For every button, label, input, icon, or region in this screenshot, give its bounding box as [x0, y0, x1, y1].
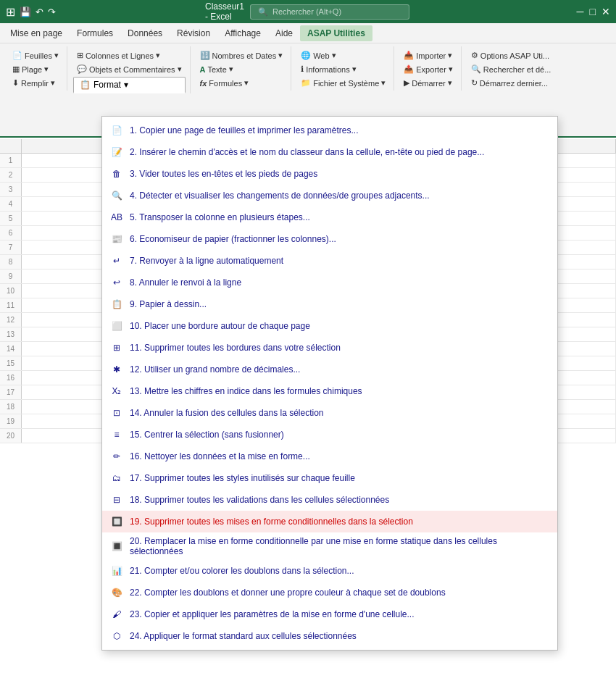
chevron-down-icon: ▾: [124, 80, 128, 90]
ribbon-btn-fichier[interactable]: 📁 Fichier et Système ▾: [297, 77, 389, 89]
dropdown-item-3[interactable]: 🗑3. Vider toutes les en-têtes et les pie…: [102, 163, 557, 185]
dropdown-item-18[interactable]: ⊟18. Supprimer toutes les validations da…: [102, 489, 557, 511]
ribbon-group-options: ⚙ Options ASAP Uti... 🔍 Rechercher et dé…: [463, 46, 559, 91]
ribbon-btn-formules[interactable]: fx Formules ▾: [196, 77, 287, 89]
ribbon-btn-feuilles[interactable]: 📄 Feuilles ▾: [9, 49, 62, 62]
dropdown-item-icon-23: 🖌: [109, 607, 124, 622]
dropdown-item-2[interactable]: 📝2. Insérer le chemin d'accès et le nom …: [102, 141, 557, 163]
chevron-down-icon: ▾: [448, 51, 452, 60]
row-number: 13: [0, 327, 22, 341]
dropdown-item-22[interactable]: 🎨22. Compter les doublons et donner une …: [102, 582, 557, 603]
ribbon-btn-rechercher[interactable]: 🔍 Rechercher et dé...: [467, 63, 555, 75]
dropdown-item-19[interactable]: 🔲19. Supprimer toutes les mises en forme…: [102, 511, 557, 532]
dropdown-item-10[interactable]: ⬜10. Placer une bordure autour de chaque…: [102, 315, 557, 337]
dropdown-item-text-6: 6. Economiseur de papier (fractionner le…: [130, 234, 550, 244]
chevron-down-icon: ▾: [244, 78, 249, 88]
menu-affichage[interactable]: Affichage: [217, 25, 268, 41]
dropdown-item-13[interactable]: X₂13. Mettre les chiffres en indice dans…: [102, 380, 557, 402]
ribbon-btn-options-asap[interactable]: ⚙ Options ASAP Uti...: [467, 49, 555, 62]
menu-bar: Mise en page Formules Données Révision A…: [0, 23, 616, 43]
menu-aide[interactable]: Aide: [268, 25, 300, 41]
dropdown-item-icon-15: ≡: [109, 427, 124, 442]
dropdown-item-21[interactable]: 📊21. Compter et/ou colorer les doublons …: [102, 560, 557, 582]
row-number: 18: [0, 400, 22, 414]
ribbon-group-importer: 📥 Importer ▾ 📤 Exporter ▾ ▶ Démarrer ▾: [396, 46, 462, 91]
menu-mise-en-page[interactable]: Mise en page: [3, 25, 70, 41]
dropdown-item-icon-12: ✱: [109, 362, 124, 377]
maximize-icon[interactable]: □: [590, 6, 596, 17]
dropdown-item-8[interactable]: ↩8. Annuler le renvoi à la ligne: [102, 272, 557, 293]
ribbon-btn-demarrer[interactable]: ▶ Démarrer ▾: [400, 77, 457, 89]
menu-asap[interactable]: ASAP Utilities: [300, 25, 372, 41]
row-number: 17: [0, 385, 22, 399]
dropdown-item-20[interactable]: 🔳20. Remplacer la mise en forme conditio…: [102, 532, 557, 560]
dropdown-item-text-19: 19. Supprimer toutes les mises en forme …: [130, 517, 550, 527]
menu-formules[interactable]: Formules: [70, 25, 120, 41]
web-icon: 🌐: [301, 51, 311, 60]
menu-donnees[interactable]: Données: [120, 25, 170, 41]
minimize-icon[interactable]: ─: [577, 6, 584, 17]
ribbon-btn-demarrez[interactable]: ↻ Démarrez dernier...: [467, 77, 555, 89]
ribbon-btn-importer[interactable]: 📥 Importer ▾: [400, 49, 457, 62]
close-icon[interactable]: ✕: [602, 6, 610, 17]
dropdown-item-text-10: 10. Placer une bordure autour de chaque …: [130, 321, 550, 331]
dropdown-item-7[interactable]: ↵7. Renvoyer à la ligne automatiquement: [102, 250, 557, 272]
colonnes-icon: ⊞: [77, 51, 83, 60]
remplir-icon: ⬇: [12, 78, 19, 88]
chevron-down-icon: ▾: [278, 51, 283, 60]
format-dropdown-menu: 📄1. Copier une page de feuilles et impri…: [101, 116, 558, 651]
chevron-down-icon: ▾: [54, 51, 59, 60]
dropdown-item-text-17: 17. Supprimer toutes les styles inutilis…: [130, 473, 550, 483]
redo-icon[interactable]: ↷: [48, 7, 56, 17]
row-number: 16: [0, 371, 22, 385]
ribbon-btn-texte[interactable]: A Texte ▾: [196, 63, 287, 75]
ribbon-group-feuilles: 📄 Feuilles ▾ ▦ Plage ▾ ⬇ Remplir ▾: [4, 46, 67, 91]
dropdown-item-11[interactable]: ⊞11. Supprimer toutes les bordures dans …: [102, 337, 557, 359]
chevron-down-icon: ▾: [448, 78, 452, 88]
dropdown-item-text-7: 7. Renvoyer à la ligne automatiquement: [130, 256, 550, 266]
dropdown-item-icon-24: ⬡: [109, 629, 124, 643]
dropdown-item-17[interactable]: 🗂17. Supprimer toutes les styles inutili…: [102, 467, 557, 489]
ribbon-btn-informations[interactable]: ℹ Informations ▾: [297, 63, 389, 75]
save-icon[interactable]: 💾: [20, 7, 31, 17]
dropdown-item-14[interactable]: ⊡14. Annuler la fusion des cellules dans…: [102, 402, 557, 424]
menu-revision[interactable]: Révision: [170, 25, 217, 41]
dropdown-item-text-5: 5. Transposer la colonne en plusieurs ét…: [130, 212, 550, 222]
row-number: 15: [0, 356, 22, 370]
chevron-down-icon: ▾: [332, 51, 336, 60]
dropdown-item-text-11: 11. Supprimer toutes les bordures dans v…: [130, 343, 550, 353]
ribbon-btn-objets[interactable]: 💬 Objets et Commentaires ▾: [73, 63, 186, 75]
ribbon-btn-format[interactable]: 📋 Format ▾: [73, 77, 186, 93]
dropdown-item-text-18: 18. Supprimer toutes les validations dan…: [130, 495, 550, 505]
dropdown-item-6[interactable]: 📰6. Economiseur de papier (fractionner l…: [102, 228, 557, 250]
ribbon-btn-exporter[interactable]: 📤 Exporter ▾: [400, 63, 457, 75]
ribbon-btn-plage[interactable]: ▦ Plage ▾: [9, 63, 62, 75]
undo-icon[interactable]: ↶: [36, 7, 43, 17]
dropdown-item-9[interactable]: 📋9. Papier à dessin...: [102, 293, 557, 315]
row-number: 1: [0, 154, 22, 167]
dropdown-item-icon-9: 📋: [109, 297, 124, 312]
ribbon-btn-web[interactable]: 🌐 Web ▾: [297, 49, 389, 62]
options-icon: ⚙: [471, 51, 478, 60]
dropdown-item-text-14: 14. Annuler la fusion des cellules dans …: [130, 408, 550, 418]
app-icon: ⊞: [6, 5, 15, 19]
dropdown-item-24[interactable]: ⬡24. Appliquer le format standard aux ce…: [102, 625, 557, 647]
dropdown-item-12[interactable]: ✱12. Utiliser un grand nombre de décimal…: [102, 359, 557, 380]
ribbon-btn-remplir[interactable]: ⬇ Remplir ▾: [9, 77, 62, 89]
dropdown-item-4[interactable]: 🔍4. Détecter et visualiser les changemen…: [102, 185, 557, 206]
dropdown-item-text-21: 21. Compter et/ou colorer les doublons d…: [130, 566, 550, 576]
dropdown-item-23[interactable]: 🖌23. Copier et appliquer les paramètres …: [102, 603, 557, 625]
search-box[interactable]: 🔍 Rechercher (Alt+Q): [250, 4, 409, 20]
ribbon-btn-colonnes-lignes[interactable]: ⊞ Colonnes et Lignes ▾: [73, 49, 186, 62]
dropdown-item-icon-4: 🔍: [109, 188, 124, 203]
dropdown-item-5[interactable]: AB5. Transposer la colonne en plusieurs …: [102, 206, 557, 228]
dropdown-item-15[interactable]: ≡15. Centrer la sélection (sans fusionne…: [102, 424, 557, 446]
dropdown-item-icon-8: ↩: [109, 275, 124, 290]
dropdown-item-16[interactable]: ✏16. Nettoyer les données et la mise en …: [102, 446, 557, 467]
dropdown-item-1[interactable]: 📄1. Copier une page de feuilles et impri…: [102, 120, 557, 141]
chevron-down-icon: ▾: [229, 64, 233, 74]
dropdown-item-text-24: 24. Appliquer le format standard aux cel…: [130, 631, 550, 641]
dropdown-item-text-1: 1. Copier une page de feuilles et imprim…: [130, 125, 550, 135]
row-number: 2: [0, 168, 22, 182]
ribbon-btn-nombres[interactable]: 🔢 Nombres et Dates ▾: [196, 49, 287, 62]
